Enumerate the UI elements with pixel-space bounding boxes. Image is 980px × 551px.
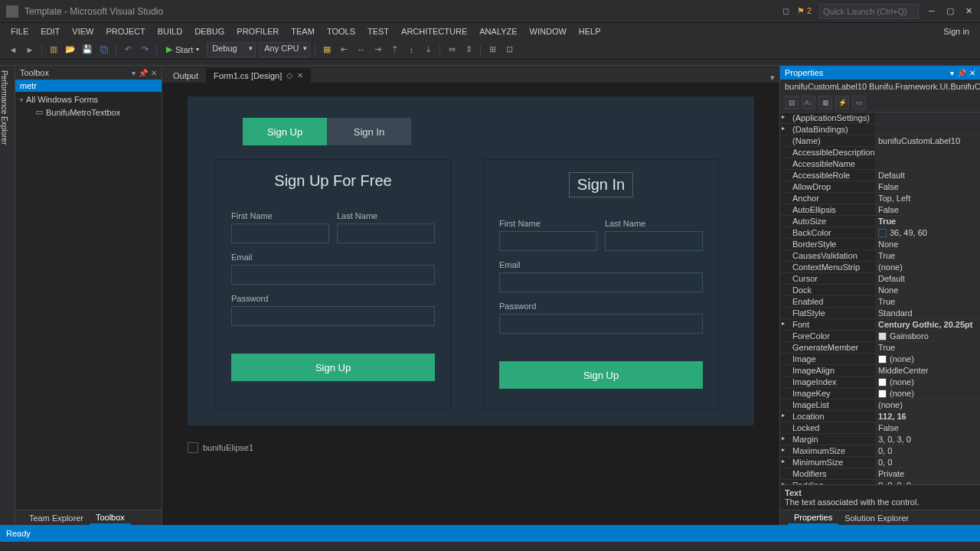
tab-properties[interactable]: Properties bbox=[788, 511, 838, 525]
form-window[interactable]: Sign Up Sign In Sign Up For Free First N… bbox=[188, 96, 754, 425]
menu-project[interactable]: PROJECT bbox=[100, 25, 151, 37]
property-value[interactable]: Gainsboro bbox=[890, 331, 929, 341]
save-all-icon[interactable]: ⿻ bbox=[97, 43, 111, 57]
property-value[interactable]: False bbox=[878, 205, 899, 214]
property-value[interactable]: None bbox=[878, 285, 898, 295]
property-value[interactable]: True bbox=[878, 217, 896, 226]
property-row[interactable]: ModifiersPrivate bbox=[780, 468, 980, 480]
property-value[interactable]: Default bbox=[878, 171, 905, 180]
align-top-icon[interactable]: ⇡ bbox=[387, 43, 401, 57]
property-value[interactable]: True bbox=[878, 297, 895, 306]
toolbox-group[interactable]: ▿ All Windows Forms bbox=[17, 93, 160, 106]
expander-icon[interactable]: ▸ bbox=[782, 412, 785, 419]
menu-debug[interactable]: DEBUG bbox=[188, 25, 230, 37]
property-value[interactable]: Top, Left bbox=[878, 194, 910, 203]
platform-dropdown[interactable]: Any CPU bbox=[259, 42, 310, 57]
tab-solution-explorer[interactable]: Solution Explorer bbox=[838, 512, 915, 524]
center-v-icon[interactable]: ⊡ bbox=[502, 43, 516, 57]
config-dropdown[interactable]: Debug bbox=[207, 42, 256, 57]
props-close-icon[interactable]: ✕ bbox=[969, 69, 975, 77]
signup-last-name-input[interactable] bbox=[337, 223, 435, 243]
menu-view[interactable]: VIEW bbox=[66, 25, 100, 37]
tab-team-explorer[interactable]: Team Explorer bbox=[23, 512, 90, 524]
align-icon[interactable]: ▦ bbox=[320, 43, 334, 57]
property-row[interactable]: ▸(DataBindings) bbox=[780, 124, 980, 135]
undo-icon[interactable]: ↶ bbox=[121, 43, 135, 57]
events-icon[interactable]: ⚡ bbox=[835, 96, 849, 109]
property-row[interactable]: EnabledTrue bbox=[780, 296, 980, 308]
property-value[interactable]: True bbox=[878, 251, 895, 260]
signup-email-input[interactable] bbox=[231, 265, 435, 285]
property-value[interactable]: True bbox=[878, 343, 895, 352]
property-value[interactable]: 3, 0, 3, 0 bbox=[878, 435, 911, 444]
menu-build[interactable]: BUILD bbox=[152, 25, 188, 37]
signin-first-name-input[interactable] bbox=[499, 231, 597, 251]
property-value[interactable]: Standard bbox=[878, 308, 913, 318]
property-row[interactable]: Image(none) bbox=[780, 354, 980, 365]
property-row[interactable]: ▸MaximumSize0, 0 bbox=[780, 445, 980, 457]
property-row[interactable]: ImageKey(none) bbox=[780, 388, 980, 399]
property-value[interactable]: Century Gothic, 20.25pt bbox=[878, 320, 972, 329]
tab-close-icon[interactable]: ✕ bbox=[297, 71, 303, 80]
property-pages-icon[interactable]: ▭ bbox=[852, 96, 866, 109]
align-left-icon[interactable]: ⇤ bbox=[337, 43, 351, 57]
property-row[interactable]: FlatStyleStandard bbox=[780, 308, 980, 319]
signin-password-input[interactable] bbox=[499, 314, 703, 334]
align-middle-icon[interactable]: ↕ bbox=[404, 43, 418, 57]
property-value[interactable]: 0, 0 bbox=[878, 458, 892, 467]
center-h-icon[interactable]: ⊞ bbox=[485, 43, 499, 57]
maximize-icon[interactable]: ▢ bbox=[945, 6, 956, 17]
property-value[interactable]: (none) bbox=[878, 262, 903, 272]
property-row[interactable]: AutoEllipsisFalse bbox=[780, 204, 980, 216]
component-name[interactable]: bunifuElipse1 bbox=[203, 443, 253, 452]
expander-icon[interactable]: ▸ bbox=[782, 125, 785, 132]
menu-analyze[interactable]: ANALYZE bbox=[473, 25, 523, 37]
property-row[interactable]: (Name)bunifuCustomLabel10 bbox=[780, 135, 980, 147]
signin-submit-button[interactable]: Sign Up bbox=[499, 361, 703, 389]
property-value[interactable]: MiddleCenter bbox=[878, 366, 928, 375]
menu-team[interactable]: TEAM bbox=[285, 25, 321, 37]
property-row[interactable]: ImageIndex(none) bbox=[780, 377, 980, 388]
new-project-icon[interactable]: ▥ bbox=[47, 43, 60, 57]
property-row[interactable]: ▸FontCentury Gothic, 20.25pt bbox=[780, 319, 980, 331]
property-row[interactable]: BackColor36, 49, 60 bbox=[780, 227, 980, 239]
props-pin-icon[interactable]: 📌 bbox=[957, 69, 966, 77]
property-value[interactable]: Private bbox=[878, 469, 904, 478]
property-row[interactable]: ▸(ApplicationSettings) bbox=[780, 112, 980, 124]
property-row[interactable]: GenerateMemberTrue bbox=[780, 342, 980, 354]
property-value[interactable]: Default bbox=[878, 274, 905, 283]
align-center-icon[interactable]: ↔ bbox=[354, 43, 368, 57]
expander-icon[interactable]: ▸ bbox=[782, 446, 785, 453]
expander-icon[interactable]: ▸ bbox=[782, 458, 785, 465]
property-row[interactable]: AutoSizeTrue bbox=[780, 216, 980, 227]
signup-password-input[interactable] bbox=[231, 306, 435, 326]
property-row[interactable]: AllowDropFalse bbox=[780, 181, 980, 193]
property-row[interactable]: AnchorTop, Left bbox=[780, 193, 980, 204]
tab-output[interactable]: Output bbox=[165, 69, 206, 83]
properties-icon[interactable]: ▦ bbox=[818, 96, 832, 109]
property-row[interactable]: ContextMenuStrip(none) bbox=[780, 262, 980, 273]
tabs-overflow-icon[interactable]: ▾ bbox=[766, 73, 779, 83]
menu-help[interactable]: HELP bbox=[573, 25, 607, 37]
property-row[interactable]: CursorDefault bbox=[780, 273, 980, 285]
minimize-icon[interactable]: ─ bbox=[926, 6, 937, 17]
notification-flag-icon[interactable]: ⚑ 2 bbox=[797, 6, 812, 16]
tab-toolbox[interactable]: Toolbox bbox=[90, 511, 131, 525]
property-row[interactable]: BorderStyleNone bbox=[780, 239, 980, 250]
close-icon[interactable]: ✕ bbox=[963, 6, 974, 17]
property-value[interactable]: bunifuCustomLabel10 bbox=[878, 136, 960, 145]
property-row[interactable]: AccessibleRoleDefault bbox=[780, 170, 980, 181]
property-row[interactable]: ForeColorGainsboro bbox=[780, 331, 980, 342]
redo-icon[interactable]: ↷ bbox=[138, 43, 152, 57]
toolbox-close-icon[interactable]: ✕ bbox=[151, 69, 157, 77]
property-value[interactable]: False bbox=[878, 182, 899, 191]
property-value[interactable]: (none) bbox=[890, 354, 914, 364]
component-icon[interactable] bbox=[188, 442, 198, 453]
align-bottom-icon[interactable]: ⇣ bbox=[421, 43, 435, 57]
property-row[interactable]: ▸Location112, 16 bbox=[780, 411, 980, 422]
property-row[interactable]: LockedFalse bbox=[780, 422, 980, 434]
signin-title[interactable]: Sign In bbox=[569, 172, 633, 197]
property-row[interactable]: ImageList(none) bbox=[780, 399, 980, 411]
menu-edit[interactable]: EDIT bbox=[34, 25, 66, 37]
property-value[interactable]: 0, 0 bbox=[878, 446, 892, 455]
